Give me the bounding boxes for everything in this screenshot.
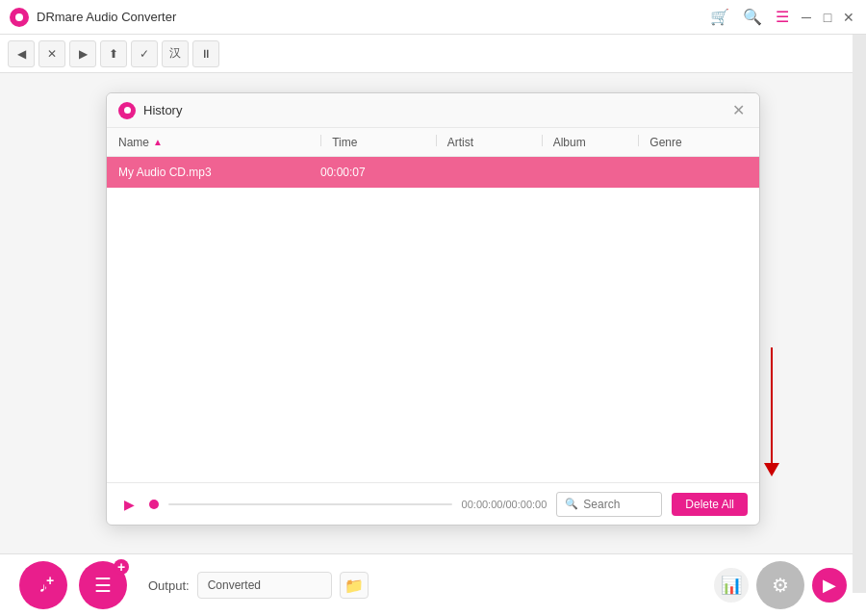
output-label: Output: — [148, 578, 190, 593]
arrow-line — [771, 347, 773, 463]
toolbar-btn-5[interactable]: ✓ — [131, 40, 158, 67]
history-title-text: History — [143, 103, 728, 117]
row-time: 00:00:07 — [320, 166, 436, 179]
search-input[interactable] — [583, 498, 650, 511]
menu-icon[interactable]: ☰ — [772, 6, 793, 28]
sort-arrow-icon: ▲ — [153, 137, 163, 147]
bottom-right-icons: 📊 ⚙ ▶ — [714, 561, 847, 609]
col-separator — [638, 135, 639, 146]
toolbar-btn-1[interactable]: ◀ — [8, 40, 35, 67]
stats-button[interactable]: 📊 — [714, 568, 749, 603]
delete-all-button[interactable]: Delete All — [672, 493, 748, 516]
row-name: My Audio CD.mp3 — [118, 166, 320, 179]
history-logo — [118, 102, 136, 119]
history-title-bar: History ✕ — [107, 93, 759, 128]
col-separator — [320, 135, 321, 146]
col-separator — [436, 135, 437, 146]
search-icon: 🔍 — [565, 498, 578, 510]
history-close-button[interactable]: ✕ — [728, 101, 748, 120]
output-field[interactable]: Converted — [197, 572, 332, 599]
col-header-artist[interactable]: Artist — [436, 135, 542, 149]
col-header-album[interactable]: Album — [542, 135, 638, 149]
progress-track[interactable] — [168, 503, 452, 505]
maximize-button[interactable]: □ — [820, 10, 835, 25]
play-convert-button[interactable]: ▶ — [812, 568, 847, 603]
play-button[interactable]: ▶ — [118, 494, 140, 515]
output-value: Converted — [208, 578, 261, 592]
progress-dot — [149, 500, 159, 509]
col-header-genre[interactable]: Genre — [638, 135, 725, 149]
player-bar: ▶ 00:00:00/00:00:00 🔍 Delete All — [107, 482, 759, 525]
main-content: History ✕ Name ▲ Time Artist Album — [0, 73, 866, 553]
app-title: DRmare Audio Converter — [37, 10, 706, 24]
col-separator — [542, 135, 543, 146]
close-button[interactable]: ✕ — [841, 10, 856, 25]
table-row[interactable]: My Audio CD.mp3 00:00:07 — [107, 157, 759, 188]
convert-button[interactable]: ⚙ — [756, 561, 804, 609]
convert-icon: ⚙ — [772, 574, 789, 597]
arrow-head — [764, 463, 779, 476]
col-header-name[interactable]: Name ▲ — [118, 136, 320, 149]
toolbar: ◀ ✕ ▶ ⬆ ✓ 汉 ⏸ — [0, 35, 866, 73]
search-box[interactable]: 🔍 — [556, 492, 662, 517]
folder-icon: 📁 — [344, 577, 364, 595]
title-bar: DRmare Audio Converter 🛒 🔍 ☰ ─ □ ✕ — [0, 0, 866, 35]
app-logo — [10, 8, 29, 27]
arrow-indicator — [764, 347, 779, 476]
toolbar-btn-6[interactable]: 汉 — [162, 40, 189, 67]
history-table: My Audio CD.mp3 00:00:07 — [107, 157, 759, 482]
title-bar-controls: 🛒 🔍 ☰ ─ □ ✕ — [706, 6, 856, 28]
toolbar-btn-4[interactable]: ⬆ — [100, 40, 127, 67]
search-icon[interactable]: 🔍 — [739, 6, 766, 28]
toolbar-btn-7[interactable]: ⏸ — [192, 40, 219, 67]
time-display: 00:00:00/00:00:00 — [462, 499, 548, 510]
add-list-button[interactable]: ☰ + — [79, 561, 127, 609]
folder-button[interactable]: 📁 — [340, 572, 369, 599]
table-header: Name ▲ Time Artist Album Genre — [107, 128, 759, 157]
toolbar-btn-3[interactable]: ▶ — [69, 40, 96, 67]
add-music-button[interactable]: ♪ + — [19, 561, 67, 609]
cart-icon[interactable]: 🛒 — [706, 6, 733, 28]
bottom-bar: ♪ + ☰ + Output: Converted 📁 📊 ⚙ ▶ — [0, 553, 866, 616]
history-dialog: History ✕ Name ▲ Time Artist Album — [106, 92, 760, 526]
output-section: Output: Converted 📁 — [148, 572, 702, 599]
col-header-time[interactable]: Time — [320, 135, 436, 149]
play-convert-icon: ▶ — [823, 575, 836, 596]
right-sidebar — [853, 35, 866, 593]
minimize-button[interactable]: ─ — [799, 10, 814, 25]
stats-icon: 📊 — [721, 575, 742, 596]
add-list-icon: ☰ — [94, 574, 112, 597]
toolbar-btn-2[interactable]: ✕ — [38, 40, 65, 67]
